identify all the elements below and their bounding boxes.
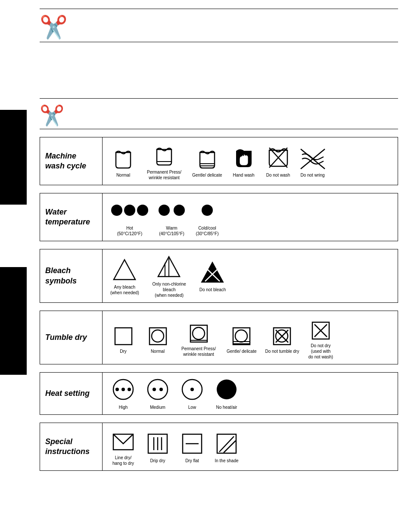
svg-point-38 (115, 388, 119, 391)
wash-permanent: Permanent Press/ wrinkle resistant (140, 142, 188, 180)
wash-do-not-wring-label: Do not wring (300, 172, 324, 178)
bleach-do-not-label: Do not bleach (199, 287, 226, 292)
special-line-dry-label: Line dry/hang to dry (112, 455, 134, 466)
wash-do-not-label: Do not wash (266, 172, 290, 178)
heat-low: Low (175, 377, 209, 410)
wash-hand-label: Hand wash (233, 172, 254, 178)
bleach-section: Bleach symbols Any bleach(when needed) (40, 249, 398, 303)
water-temp-label: Water temperature (40, 193, 103, 241)
temp-hot-label: Hot(50°C/120°F) (117, 225, 143, 236)
sidebar-block-1 (0, 110, 27, 205)
wash-hand: Hand wash (227, 145, 261, 178)
special-drip-dry-label: Drip dry (150, 458, 165, 464)
svg-point-46 (217, 380, 237, 399)
heat-none-label: No heat/air (216, 404, 237, 410)
heat-setting-section: Heat setting High (40, 372, 398, 415)
bleach-any: Any bleach(when needed) (106, 257, 143, 296)
special-shade: In the shade (209, 430, 244, 464)
special-dry-flat: Dry flat (175, 430, 209, 464)
sidebar-block-2 (0, 267, 27, 375)
tumble-dry: Dry (106, 321, 140, 354)
svg-point-7 (111, 205, 122, 216)
tumble-do-not-label: Do not tumble dry (265, 348, 299, 354)
svg-point-45 (190, 388, 194, 391)
svg-point-11 (174, 205, 185, 216)
bleach-do-not: Do not bleach (195, 259, 230, 292)
bleach-items: Any bleach(when needed) Only non-chlorin… (103, 249, 398, 302)
water-temp-items: Hot(50°C/120°F) Warm(40°C/105°F) (103, 193, 398, 241)
svg-point-42 (153, 388, 156, 391)
special-instructions-label: Special instructions (40, 423, 103, 470)
temp-cold-label: Cold/cool(30°C/85°F) (196, 225, 218, 236)
wash-normal: Normal (106, 145, 140, 178)
bleach-label: Bleach symbols (40, 249, 103, 302)
svg-point-39 (121, 388, 125, 391)
special-line-dry: Line dry/hang to dry (106, 427, 140, 466)
svg-point-8 (124, 205, 135, 216)
temp-cold: Cold/cool(30°C/85°F) (190, 198, 224, 236)
tumble-gentle: Gentle/ delicate (222, 321, 261, 354)
machine-wash-section: Machine wash cycle Normal (40, 137, 398, 185)
tumble-do-not-dry-label: Do not dry(used withdo not wash) (308, 343, 333, 360)
heat-medium: Medium (140, 377, 175, 410)
svg-point-43 (159, 388, 163, 391)
svg-point-24 (193, 327, 205, 339)
heat-low-label: Low (188, 404, 196, 410)
main-content: ✂️ ✂️ Machine wash cycle (27, 0, 411, 487)
tumble-dry-items: Dry Normal (103, 311, 398, 364)
svg-point-27 (235, 330, 247, 342)
tumble-permanent: Permanent Press/ wrinkle resistant (175, 318, 222, 357)
svg-point-10 (159, 205, 170, 216)
svg-point-9 (137, 205, 148, 216)
heat-none: No heat/air (209, 377, 244, 410)
mid-icon-section: ✂️ (40, 98, 398, 129)
tumble-dry-label-item: Dry (120, 348, 127, 354)
svg-marker-17 (202, 262, 223, 282)
machine-wash-items: Normal Permanent Press/ wrinkle resistan… (103, 137, 398, 185)
special-instructions-section: Special instructions Line dry/hang to dr… (40, 423, 398, 471)
tumble-do-not-dry: Do not dry(used withdo not wash) (303, 315, 338, 360)
temp-hot: Hot(50°C/120°F) (106, 198, 153, 236)
bleach-non-chlorine: Only non-chlorine bleach(when needed) (143, 254, 195, 298)
tumble-gentle-label: Gentle/ delicate (227, 348, 257, 354)
temp-warm-label: Warm(40°C/105°F) (159, 225, 184, 236)
water-temp-section: Water temperature Hot(50°C/120°F) (40, 193, 398, 241)
top-icon-section: ✂️ (40, 9, 398, 42)
svg-point-12 (202, 205, 213, 216)
heat-setting-items: High Medium (103, 373, 398, 414)
wash-do-not-wring: Do not wring (296, 145, 330, 178)
wash-gentle: Gentle/ delicate (188, 145, 227, 178)
special-drip-dry: Drip dry (140, 430, 175, 464)
tumble-normal-label: Normal (151, 348, 165, 354)
tumble-dry-label: Tumble dry (40, 311, 103, 364)
special-shade-label: In the shade (215, 458, 238, 464)
svg-line-56 (224, 441, 236, 453)
svg-marker-13 (114, 260, 135, 280)
tumble-dry-section: Tumble dry Dry (40, 311, 398, 364)
special-instructions-items: Line dry/hang to dry Drip dry (103, 423, 398, 470)
wash-normal-label: Normal (116, 172, 130, 178)
svg-rect-20 (115, 328, 132, 345)
heat-medium-label: Medium (150, 404, 165, 410)
svg-point-40 (128, 388, 131, 391)
heat-high: High (106, 377, 140, 410)
heat-setting-label: Heat setting (40, 373, 103, 414)
wash-permanent-label: Permanent Press/ wrinkle resistant (145, 169, 184, 180)
scissors-icon-top: ✂️ (40, 16, 68, 38)
special-dry-flat-label: Dry flat (185, 458, 199, 464)
svg-point-22 (152, 330, 164, 342)
bleach-non-chlorine-label: Only non-chlorine bleach(when needed) (150, 281, 189, 298)
svg-point-41 (148, 380, 168, 399)
scissors-icon-mid: ✂️ (40, 106, 64, 125)
temp-warm: Warm(40°C/105°F) (153, 198, 190, 236)
tumble-do-not: Do not tumble dry (261, 321, 304, 354)
tumble-permanent-label: Permanent Press/ wrinkle resistant (179, 346, 218, 357)
wash-gentle-label: Gentle/ delicate (192, 172, 222, 178)
heat-high-label: High (119, 404, 128, 410)
bleach-any-label: Any bleach(when needed) (110, 284, 139, 296)
machine-wash-label: Machine wash cycle (40, 137, 103, 185)
wash-do-not: Do not wash (261, 145, 296, 178)
tumble-normal: Normal (140, 321, 175, 354)
